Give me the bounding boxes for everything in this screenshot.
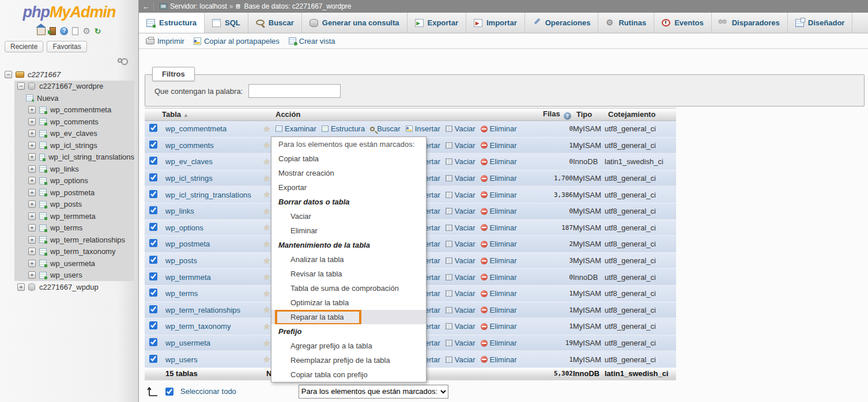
tab[interactable]: Exportar — [407, 13, 466, 33]
structure-action[interactable]: Estructura — [322, 124, 365, 133]
recent-button[interactable]: Reciente — [5, 41, 43, 52]
tree-new-table-row[interactable]: Nueva — [14, 92, 134, 104]
empty-action[interactable]: Vaciar — [446, 174, 475, 183]
expand-toggle-icon[interactable]: + — [17, 283, 25, 291]
tab[interactable]: Generar una consulta — [302, 13, 407, 33]
drop-action[interactable]: Eliminar — [481, 256, 517, 265]
expand-toggle-icon[interactable]: + — [28, 118, 36, 126]
favorite-star-icon[interactable]: ★ — [263, 124, 270, 134]
drop-action[interactable]: Eliminar — [481, 306, 517, 314]
menu-item[interactable]: Para los elementos que están marcados: — [271, 137, 426, 151]
tab[interactable]: Eventos — [654, 13, 712, 33]
table-name-link[interactable]: wp_icl_string_translations — [165, 191, 251, 199]
tree-table-name[interactable]: wp_commentmeta — [50, 105, 111, 114]
tree-table-row[interactable]: + wp_posts — [14, 199, 134, 211]
collapse-toggle-icon[interactable]: − — [5, 71, 12, 78]
copy-to-clipboard-link[interactable]: Copiar al portapapeles — [194, 37, 280, 45]
favorite-star-icon[interactable]: ★ — [263, 256, 270, 266]
select-all-link[interactable]: Seleccionar todo — [180, 387, 236, 396]
select-all-checkbox[interactable] — [165, 388, 173, 396]
menu-item[interactable]: Revisar la tabla — [271, 267, 426, 281]
table-name-link[interactable]: wp_options — [165, 223, 203, 232]
link-chain-icon[interactable] — [118, 58, 122, 63]
expand-toggle-icon[interactable]: + — [28, 200, 36, 208]
row-checkbox[interactable] — [149, 124, 157, 132]
menu-item[interactable]: Tabla de suma de comprobación — [271, 281, 426, 295]
row-checkbox[interactable] — [149, 223, 157, 231]
menu-item[interactable]: Borrar datos o tabla — [271, 195, 426, 209]
drop-action[interactable]: Eliminar — [481, 124, 517, 133]
favorite-star-icon[interactable]: ★ — [263, 289, 270, 298]
search-action[interactable]: Buscar — [370, 124, 400, 133]
tree-table-name[interactable]: wp_termmeta — [50, 212, 96, 221]
browse-action[interactable]: Examinar — [276, 124, 316, 133]
expand-toggle-icon[interactable]: + — [28, 165, 36, 173]
tree-table-name[interactable]: wp_posts — [50, 200, 82, 208]
row-checkbox[interactable] — [149, 256, 157, 264]
favorites-button[interactable]: Favoritas — [47, 41, 86, 52]
empty-action[interactable]: Vaciar — [446, 306, 475, 314]
expand-toggle-icon[interactable]: + — [28, 248, 36, 255]
drop-action[interactable]: Eliminar — [481, 223, 517, 232]
tab[interactable]: Diseñador — [788, 13, 853, 33]
table-name-link[interactable]: wp_term_taxonomy — [165, 322, 231, 331]
tree-table-row[interactable]: + wp_icl_strings — [14, 139, 134, 151]
menu-item[interactable]: Reemplazar prefijo de la tabla — [271, 353, 426, 367]
tree-table-row[interactable]: + wp_ev_claves — [14, 128, 134, 140]
row-checkbox[interactable] — [149, 173, 157, 181]
tree-table-name[interactable]: wp_term_relationships — [50, 236, 125, 244]
empty-action[interactable]: Vaciar — [446, 339, 475, 347]
table-name-link[interactable]: wp_usermeta — [165, 339, 210, 347]
favorite-star-icon[interactable]: ★ — [263, 272, 270, 282]
tree-database-row-2[interactable]: + c2271667_wpdup — [0, 281, 138, 293]
tree-table-row[interactable]: + wp_term_taxonomy — [14, 246, 134, 258]
tree-database-row[interactable]: − c2271667_wordpre — [14, 81, 134, 93]
favorite-star-icon[interactable]: ★ — [263, 140, 270, 150]
tree-table-row[interactable]: + wp_commentmeta — [14, 104, 134, 116]
drop-action[interactable]: Eliminar — [481, 273, 517, 282]
create-view-link[interactable]: Crear vista — [289, 37, 335, 45]
favorite-star-icon[interactable]: ★ — [263, 338, 270, 348]
expand-toggle-icon[interactable]: + — [28, 130, 36, 137]
tab[interactable]: Importar — [466, 13, 525, 33]
tree-table-name[interactable]: wp_usermeta — [50, 259, 95, 268]
drop-action[interactable]: Eliminar — [481, 174, 517, 183]
empty-action[interactable]: Vaciar — [446, 157, 475, 166]
tab[interactable]: Estructura — [139, 13, 205, 33]
menu-item[interactable]: Mostrar creación — [271, 166, 426, 180]
column-header-tipo[interactable]: Tipo — [573, 108, 605, 121]
tree-table-row[interactable]: + wp_comments — [14, 116, 134, 128]
reload-navigation-icon[interactable]: ↻ — [95, 27, 101, 35]
menu-item[interactable]: Optimizar la tabla — [271, 295, 426, 310]
drop-action[interactable]: Eliminar — [481, 191, 517, 199]
tree-table-name[interactable]: wp_icl_strings — [50, 141, 97, 150]
table-name-link[interactable]: wp_termmeta — [165, 273, 211, 282]
empty-action[interactable]: Vaciar — [446, 273, 475, 282]
menu-item[interactable]: Copiar tabla con prefijo — [271, 367, 426, 382]
tree-table-name[interactable]: wp_icl_string_translations — [48, 153, 134, 161]
row-checkbox[interactable] — [149, 305, 157, 313]
expand-toggle-icon[interactable]: + — [28, 142, 36, 149]
phpmyadmin-logo[interactable]: phpMyAdmin — [0, 0, 138, 21]
drop-action[interactable]: Eliminar — [481, 240, 517, 248]
row-checkbox[interactable] — [149, 157, 157, 165]
row-checkbox[interactable] — [149, 190, 157, 198]
expand-toggle-icon[interactable]: + — [28, 260, 36, 267]
favorite-star-icon[interactable]: ★ — [263, 321, 270, 331]
tree-table-name[interactable]: wp_comments — [50, 117, 99, 126]
tree-table-name[interactable]: wp_links — [50, 165, 79, 173]
row-checkbox[interactable] — [149, 239, 157, 247]
table-name-link[interactable]: wp_commentmeta — [165, 124, 227, 133]
row-checkbox[interactable] — [149, 355, 157, 363]
menu-item[interactable]: Reparar la tabla — [271, 310, 426, 324]
collapse-toggle-icon[interactable]: − — [17, 82, 25, 90]
menu-item[interactable]: Agregar prefijo a la tabla — [271, 339, 426, 353]
breadcrumb-server[interactable]: Servidor: localhost — [170, 2, 227, 10]
menu-item[interactable]: Copiar tabla — [271, 151, 426, 166]
column-header-tabla[interactable]: Tabla▴ — [162, 108, 263, 121]
table-name-link[interactable]: wp_posts — [165, 256, 197, 265]
menu-item[interactable]: Eliminar — [271, 223, 426, 238]
expand-toggle-icon[interactable]: + — [28, 236, 36, 244]
row-checkbox[interactable] — [149, 321, 157, 329]
empty-action[interactable]: Vaciar — [446, 289, 475, 298]
